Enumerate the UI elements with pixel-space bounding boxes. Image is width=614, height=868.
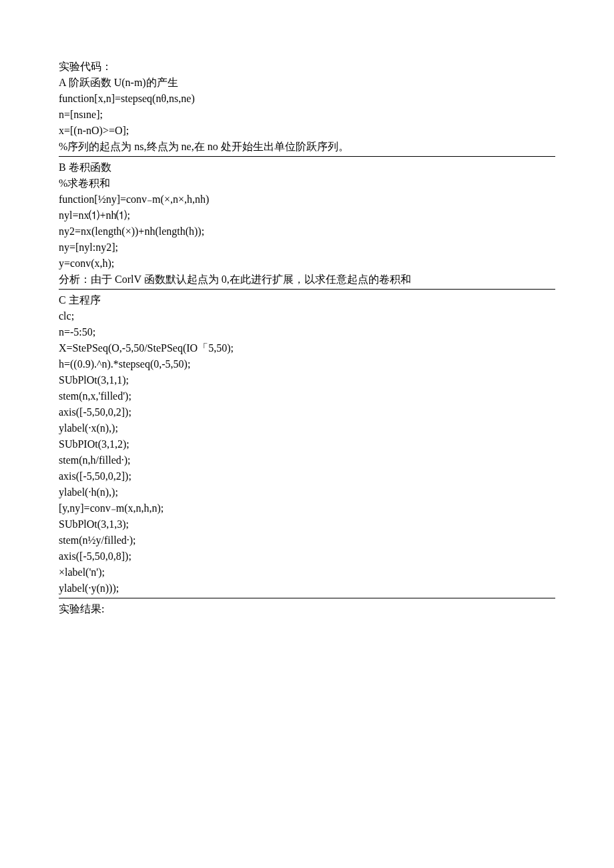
code-line: stem(n,x,'filled');: [59, 388, 555, 404]
experiment-code-header: 实验代码：: [59, 59, 555, 75]
code-line: stem(n½y/filled·);: [59, 532, 555, 548]
code-line: SUbPIOt(3,1,2);: [59, 436, 555, 452]
code-line: y=conv(x,h);: [59, 256, 555, 272]
document-page: 实验代码： A 阶跃函数 U(n-m)的产生 function[x,n]=ste…: [0, 0, 614, 868]
code-line: ny2=nx(length(×))+nh(length(h));: [59, 224, 555, 240]
code-line: x=[(n-nO)>=O];: [59, 123, 555, 139]
section-c-title: C 主程序: [59, 292, 555, 308]
code-line: 分析：由于 CorlV 函数默认起点为 0,在此进行扩展，以求任意起点的卷积和: [59, 272, 555, 288]
code-line: %序列的起点为 ns,终点为 ne,在 no 处开始生出单位阶跃序列。: [59, 139, 555, 155]
code-line: stem(n,h/filled·);: [59, 452, 555, 468]
code-line: axis([-5,50,0,8]);: [59, 548, 555, 564]
code-line: ylabel(·h(n),);: [59, 484, 555, 500]
code-line: axis([-5,50,0,2]);: [59, 468, 555, 484]
section-b-title: B 卷积函数: [59, 159, 555, 175]
code-line: [y,ny]=conv₋m(x,n,h,n);: [59, 500, 555, 516]
code-line: SUbPlOt(3,1,3);: [59, 516, 555, 532]
code-line: ylabel(·x(n),);: [59, 420, 555, 436]
code-line: clc;: [59, 308, 555, 324]
code-line: axis([-5,50,0,2]);: [59, 404, 555, 420]
code-line: %求卷积和: [59, 175, 555, 191]
section-divider: [59, 289, 555, 290]
code-line: h=((0.9).^n).*stepseq(0,-5,50);: [59, 356, 555, 372]
code-line: ×label('n');: [59, 564, 555, 580]
section-a-title: A 阶跃函数 U(n-m)的产生: [59, 75, 555, 91]
code-line: SUbPlOt(3,1,1);: [59, 372, 555, 388]
code-line: X=StePSeq(O,-5,50/StePSeq(IO「5,50);: [59, 340, 555, 356]
section-divider: [59, 598, 555, 598]
code-line: function[½ny]=conv₋m(×,n×,h,nh): [59, 191, 555, 207]
code-line: n=-5:50;: [59, 324, 555, 340]
experiment-result-header: 实验结果:: [59, 601, 555, 617]
code-line: nyl=nx⑴+nh⑴;: [59, 207, 555, 224]
section-divider: [59, 156, 555, 157]
code-line: function[x,n]=stepseq(nθ,ns,ne): [59, 91, 555, 107]
code-line: n=[nsıne];: [59, 107, 555, 123]
code-line: ylabel(·y(n)));: [59, 580, 555, 596]
code-line: ny=[nyl:ny2];: [59, 240, 555, 256]
